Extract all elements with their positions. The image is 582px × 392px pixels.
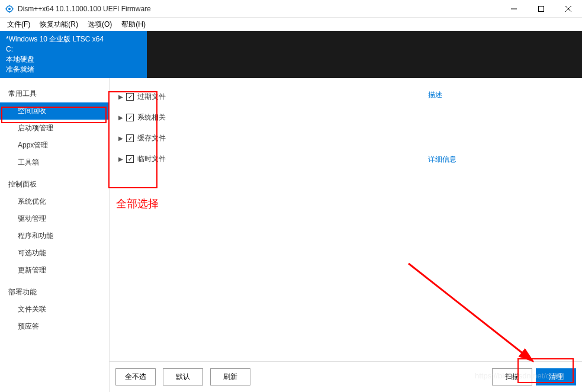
sidebar-item-toolbox[interactable]: 工具箱 [0, 154, 109, 171]
sidebar-header-deploy: 部署功能 [0, 284, 109, 301]
sidebar-item-appx[interactable]: Appx管理 [0, 137, 109, 154]
info-status: 准备就绪 [6, 65, 141, 75]
window-title: Dism++x64 10.1.1000.100 UEFI Firmware [18, 5, 500, 13]
menu-recover[interactable]: 恢复功能(R) [35, 18, 83, 31]
expand-icon[interactable]: ▶ [118, 156, 124, 162]
info-drive: C: [6, 44, 141, 54]
description-label: 描述 [428, 86, 570, 104]
info-panel: *Windows 10 企业版 LTSC x64 C: 本地硬盘 准备就绪 [0, 31, 582, 78]
cleanup-row-temp[interactable]: ▶ ✓ 临时文件 [114, 149, 411, 169]
detail-panel: 描述 详细信息 [416, 78, 582, 392]
sidebar-header-control-panel: 控制面板 [0, 176, 109, 193]
sidebar-item-updates[interactable]: 更新管理 [0, 262, 109, 279]
cleanup-label: 缓存文件 [137, 133, 166, 143]
main-area: 常用工具 空间回收 启动项管理 Appx管理 工具箱 控制面板 系统优化 驱动管… [0, 78, 582, 392]
menu-option[interactable]: 选项(O) [83, 18, 117, 31]
refresh-button[interactable]: 刷新 [210, 368, 250, 385]
sidebar-item-startup[interactable]: 启动项管理 [0, 120, 109, 137]
expand-icon[interactable]: ▶ [118, 94, 124, 100]
menu-file[interactable]: 文件(F) [2, 18, 35, 31]
cleanup-label: 系统相关 [137, 113, 166, 123]
detail-label: 详细信息 [428, 151, 570, 168]
window-controls [500, 0, 582, 18]
default-button[interactable]: 默认 [163, 368, 203, 385]
sidebar-item-unattend[interactable]: 预应答 [0, 318, 109, 335]
clean-button[interactable]: 清理 [536, 368, 576, 385]
checkbox-expired[interactable]: ✓ [126, 93, 134, 101]
sidebar-item-optimize[interactable]: 系统优化 [0, 193, 109, 210]
svg-point-1 [8, 8, 11, 10]
expand-icon[interactable]: ▶ [118, 114, 124, 121]
sidebar-item-space-cleanup[interactable]: 空间回收 [0, 102, 109, 120]
cleanup-row-system[interactable]: ▶ ✓ 系统相关 [114, 107, 411, 128]
info-os: *Windows 10 企业版 LTSC x64 [6, 34, 141, 44]
sidebar-item-optional[interactable]: 可选功能 [0, 245, 109, 262]
sidebar-item-programs[interactable]: 程序和功能 [0, 227, 109, 245]
sidebar-header-tools: 常用工具 [0, 85, 109, 102]
scan-button[interactable]: 扫描 [492, 368, 532, 385]
system-info[interactable]: *Windows 10 企业版 LTSC x64 C: 本地硬盘 准备就绪 [0, 31, 147, 78]
checkbox-temp[interactable]: ✓ [126, 155, 134, 163]
cleanup-row-expired[interactable]: ▶ ✓ 过期文件 [114, 86, 411, 107]
sidebar: 常用工具 空间回收 启动项管理 Appx管理 工具箱 控制面板 系统优化 驱动管… [0, 78, 110, 392]
deselect-all-button[interactable]: 全不选 [115, 368, 156, 385]
cleanup-label: 过期文件 [137, 92, 166, 102]
svg-rect-7 [539, 6, 544, 11]
checkbox-cache[interactable]: ✓ [126, 134, 134, 142]
maximize-button[interactable] [528, 0, 555, 18]
menubar: 文件(F) 恢复功能(R) 选项(O) 帮助(H) [0, 18, 582, 31]
minimize-button[interactable] [500, 0, 528, 18]
cleanup-row-cache[interactable]: ▶ ✓ 缓存文件 [114, 128, 411, 149]
titlebar: Dism++x64 10.1.1000.100 UEFI Firmware [0, 0, 582, 18]
cleanup-label: 临时文件 [137, 154, 166, 164]
checkbox-system[interactable]: ✓ [126, 114, 134, 121]
app-icon [5, 4, 14, 14]
cleanup-list: ▶ ✓ 过期文件 ▶ ✓ 系统相关 ▶ ✓ 缓存文件 ▶ ✓ 临时文件 [110, 78, 416, 392]
close-button[interactable] [555, 0, 582, 18]
info-disk: 本地硬盘 [6, 54, 141, 65]
menu-help[interactable]: 帮助(H) [117, 18, 150, 31]
footer-toolbar: 全不选 默认 刷新 扫描 清理 [110, 361, 582, 392]
expand-icon[interactable]: ▶ [118, 135, 124, 142]
sidebar-item-drivers[interactable]: 驱动管理 [0, 210, 109, 227]
sidebar-item-file-assoc[interactable]: 文件关联 [0, 301, 109, 318]
